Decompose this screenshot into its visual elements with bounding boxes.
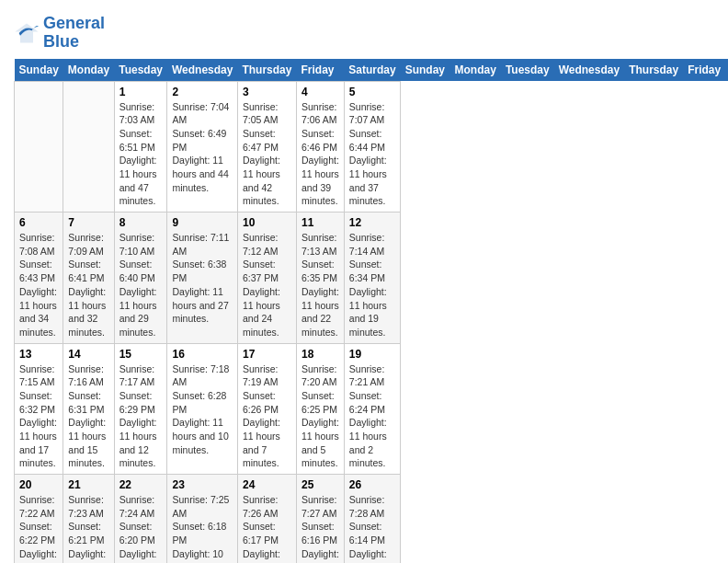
day-info: Sunrise: 7:06 AM Sunset: 6:46 PM Dayligh… [301, 100, 339, 209]
day-number: 25 [301, 478, 339, 491]
header: General Blue [14, 9, 714, 52]
calendar-cell: 14Sunrise: 7:16 AM Sunset: 6:31 PM Dayli… [63, 343, 114, 475]
calendar-cell: 19Sunrise: 7:21 AM Sunset: 6:24 PM Dayli… [344, 343, 400, 475]
day-number: 14 [68, 348, 108, 361]
day-number: 23 [172, 478, 232, 491]
day-number: 16 [172, 348, 232, 361]
weekday-header: Wednesday [554, 59, 624, 82]
day-info: Sunrise: 7:19 AM Sunset: 6:26 PM Dayligh… [243, 362, 291, 471]
day-number: 3 [243, 86, 291, 98]
logo-text: General Blue [43, 15, 105, 52]
calendar-cell: 25Sunrise: 7:27 AM Sunset: 6:16 PM Dayli… [296, 475, 344, 563]
calendar-cell: 4Sunrise: 7:06 AM Sunset: 6:46 PM Daylig… [296, 81, 344, 213]
day-number: 12 [349, 216, 395, 229]
calendar-header-row: SundayMondayTuesdayWednesdayThursdayFrid… [15, 59, 729, 82]
weekday-header: Thursday [624, 59, 683, 82]
weekday-header-saturday: Saturday [344, 59, 400, 82]
day-number: 1 [119, 86, 163, 98]
day-number: 4 [301, 86, 339, 98]
calendar-cell: 10Sunrise: 7:12 AM Sunset: 6:37 PM Dayli… [237, 213, 296, 344]
calendar-cell: 20Sunrise: 7:22 AM Sunset: 6:22 PM Dayli… [15, 475, 63, 563]
calendar-cell: 18Sunrise: 7:20 AM Sunset: 6:25 PM Dayli… [296, 343, 344, 475]
day-info: Sunrise: 7:05 AM Sunset: 6:47 PM Dayligh… [243, 100, 291, 209]
weekday-header-monday: Monday [63, 59, 114, 82]
calendar-cell: 1Sunrise: 7:03 AM Sunset: 6:51 PM Daylig… [114, 81, 167, 213]
day-info: Sunrise: 7:09 AM Sunset: 6:41 PM Dayligh… [68, 231, 108, 339]
day-info: Sunrise: 7:27 AM Sunset: 6:16 PM Dayligh… [301, 493, 339, 563]
calendar-week-row: 1Sunrise: 7:03 AM Sunset: 6:51 PM Daylig… [15, 81, 729, 213]
calendar-cell [15, 81, 63, 213]
day-info: Sunrise: 7:04 AM Sunset: 6:49 PM Dayligh… [172, 100, 232, 195]
weekday-header: Friday [683, 59, 725, 82]
day-info: Sunrise: 7:21 AM Sunset: 6:24 PM Dayligh… [349, 362, 395, 471]
day-info: Sunrise: 7:24 AM Sunset: 6:20 PM Dayligh… [119, 493, 163, 563]
calendar-cell: 22Sunrise: 7:24 AM Sunset: 6:20 PM Dayli… [114, 475, 167, 563]
day-number: 11 [301, 216, 339, 229]
day-info: Sunrise: 7:13 AM Sunset: 6:35 PM Dayligh… [301, 231, 339, 339]
calendar-cell: 2Sunrise: 7:04 AM Sunset: 6:49 PM Daylig… [167, 81, 237, 213]
calendar-week-row: 6Sunrise: 7:08 AM Sunset: 6:43 PM Daylig… [15, 213, 729, 344]
day-info: Sunrise: 7:16 AM Sunset: 6:31 PM Dayligh… [68, 362, 108, 471]
day-info: Sunrise: 7:25 AM Sunset: 6:18 PM Dayligh… [172, 493, 232, 563]
day-info: Sunrise: 7:26 AM Sunset: 6:17 PM Dayligh… [243, 493, 291, 563]
calendar-cell: 23Sunrise: 7:25 AM Sunset: 6:18 PM Dayli… [167, 475, 237, 563]
calendar-week-row: 20Sunrise: 7:22 AM Sunset: 6:22 PM Dayli… [15, 475, 729, 563]
weekday-header-friday: Friday [296, 59, 344, 82]
day-number: 13 [19, 348, 58, 361]
day-info: Sunrise: 7:11 AM Sunset: 6:38 PM Dayligh… [172, 231, 232, 326]
day-number: 5 [349, 86, 395, 98]
calendar-cell: 7Sunrise: 7:09 AM Sunset: 6:41 PM Daylig… [63, 213, 114, 344]
day-info: Sunrise: 7:18 AM Sunset: 6:28 PM Dayligh… [172, 362, 232, 457]
calendar-cell: 16Sunrise: 7:18 AM Sunset: 6:28 PM Dayli… [167, 343, 237, 475]
weekday-header-thursday: Thursday [237, 59, 296, 82]
day-info: Sunrise: 7:17 AM Sunset: 6:29 PM Dayligh… [119, 362, 163, 471]
day-number: 24 [243, 478, 291, 491]
calendar-cell: 9Sunrise: 7:11 AM Sunset: 6:38 PM Daylig… [167, 213, 237, 344]
day-number: 15 [119, 348, 163, 361]
day-number: 26 [349, 478, 395, 491]
weekday-header-sunday: Sunday [15, 59, 63, 82]
day-info: Sunrise: 7:22 AM Sunset: 6:22 PM Dayligh… [19, 493, 58, 563]
logo: General Blue [14, 15, 105, 52]
day-info: Sunrise: 7:20 AM Sunset: 6:25 PM Dayligh… [301, 362, 339, 471]
day-number: 22 [119, 478, 163, 491]
calendar-cell: 3Sunrise: 7:05 AM Sunset: 6:47 PM Daylig… [237, 81, 296, 213]
svg-marker-0 [15, 23, 38, 42]
calendar-cell: 6Sunrise: 7:08 AM Sunset: 6:43 PM Daylig… [15, 213, 63, 344]
day-info: Sunrise: 7:15 AM Sunset: 6:32 PM Dayligh… [19, 362, 58, 471]
day-info: Sunrise: 7:10 AM Sunset: 6:40 PM Dayligh… [119, 231, 163, 339]
day-number: 19 [349, 348, 395, 361]
calendar-cell: 21Sunrise: 7:23 AM Sunset: 6:21 PM Dayli… [63, 475, 114, 563]
day-number: 6 [19, 216, 58, 229]
calendar-cell: 26Sunrise: 7:28 AM Sunset: 6:14 PM Dayli… [344, 475, 400, 563]
day-number: 2 [172, 86, 232, 98]
weekday-header: Monday [450, 59, 501, 82]
calendar-cell: 17Sunrise: 7:19 AM Sunset: 6:26 PM Dayli… [237, 343, 296, 475]
calendar-cell: 15Sunrise: 7:17 AM Sunset: 6:29 PM Dayli… [114, 343, 167, 475]
day-info: Sunrise: 7:07 AM Sunset: 6:44 PM Dayligh… [349, 100, 395, 209]
day-number: 18 [301, 348, 339, 361]
logo-icon [14, 20, 40, 46]
weekday-header-tuesday: Tuesday [114, 59, 167, 82]
day-info: Sunrise: 7:14 AM Sunset: 6:34 PM Dayligh… [349, 231, 395, 339]
day-info: Sunrise: 7:28 AM Sunset: 6:14 PM Dayligh… [349, 493, 395, 563]
calendar-week-row: 13Sunrise: 7:15 AM Sunset: 6:32 PM Dayli… [15, 343, 729, 475]
calendar-table: SundayMondayTuesdayWednesdayThursdayFrid… [14, 59, 728, 563]
day-info: Sunrise: 7:03 AM Sunset: 6:51 PM Dayligh… [119, 100, 163, 209]
day-number: 21 [68, 478, 108, 491]
calendar-cell: 5Sunrise: 7:07 AM Sunset: 6:44 PM Daylig… [344, 81, 400, 213]
calendar-cell: 12Sunrise: 7:14 AM Sunset: 6:34 PM Dayli… [344, 213, 400, 344]
calendar-cell: 8Sunrise: 7:10 AM Sunset: 6:40 PM Daylig… [114, 213, 167, 344]
day-number: 8 [119, 216, 163, 229]
day-number: 17 [243, 348, 291, 361]
day-number: 9 [172, 216, 232, 229]
calendar-cell: 13Sunrise: 7:15 AM Sunset: 6:32 PM Dayli… [15, 343, 63, 475]
weekday-header: Tuesday [501, 59, 554, 82]
calendar-cell: 11Sunrise: 7:13 AM Sunset: 6:35 PM Dayli… [296, 213, 344, 344]
calendar-cell: 24Sunrise: 7:26 AM Sunset: 6:17 PM Dayli… [237, 475, 296, 563]
day-info: Sunrise: 7:12 AM Sunset: 6:37 PM Dayligh… [243, 231, 291, 339]
weekday-header: Sunday [401, 59, 450, 82]
day-number: 10 [243, 216, 291, 229]
day-info: Sunrise: 7:08 AM Sunset: 6:43 PM Dayligh… [19, 231, 58, 339]
calendar-cell [63, 81, 114, 213]
